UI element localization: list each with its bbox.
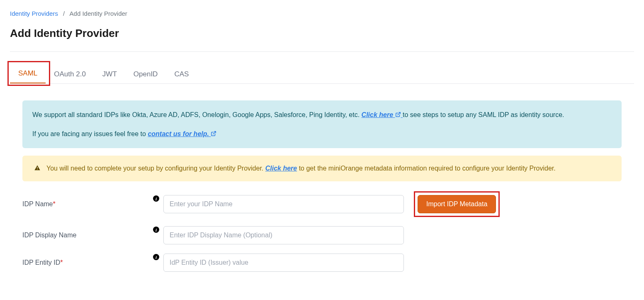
tab-cas[interactable]: CAS	[166, 65, 197, 83]
info-text-2a: If you are facing any issues feel free t…	[32, 130, 148, 137]
external-link-icon	[395, 112, 401, 117]
form-row-idp-name: IDP Name* i Import IDP Metadata	[22, 191, 622, 217]
svg-line-0	[397, 112, 400, 115]
tabs: SAML OAuth 2.0 JWT OpenID CAS	[10, 64, 634, 84]
idp-display-label: IDP Display Name i	[22, 232, 163, 239]
external-link-icon	[211, 131, 216, 137]
tab-oauth[interactable]: OAuth 2.0	[46, 65, 94, 83]
warn-text-b: to get the miniOrange metadata informati…	[299, 165, 556, 172]
info-text-1b: to see steps to setup any SAML IDP as id…	[403, 111, 564, 118]
info-link-click-here[interactable]: Click here	[362, 111, 403, 118]
idp-name-input[interactable]	[163, 195, 404, 213]
idp-name-label: IDP Name* i	[22, 200, 163, 208]
breadcrumb-separator: /	[63, 10, 65, 17]
info-icon[interactable]: i	[153, 254, 159, 260]
page-title: Add Identity Provider	[10, 27, 634, 40]
breadcrumb: Identity Providers / Add Identity Provid…	[10, 10, 634, 17]
form-row-idp-entity: IDP Entity ID* i	[22, 254, 622, 272]
warn-link-click-here[interactable]: Click here	[265, 165, 297, 172]
idp-display-name-input[interactable]	[163, 226, 404, 244]
tab-openid[interactable]: OpenID	[125, 65, 166, 83]
breadcrumb-root-link[interactable]: Identity Providers	[10, 10, 58, 17]
required-asterisk: *	[53, 200, 56, 207]
tab-jwt[interactable]: JWT	[94, 65, 125, 83]
warning-icon	[34, 165, 41, 174]
svg-line-1	[213, 131, 216, 134]
info-box: We support all standard IDPs like Okta, …	[22, 100, 622, 148]
info-text-1a: We support all standard IDPs like Okta, …	[32, 111, 362, 118]
svg-rect-3	[37, 169, 37, 170]
idp-entity-id-input[interactable]	[163, 254, 404, 272]
svg-rect-2	[37, 167, 37, 169]
tab-saml[interactable]: SAML	[10, 64, 46, 83]
info-icon[interactable]: i	[153, 227, 159, 233]
info-icon[interactable]: i	[153, 195, 159, 202]
warning-box: You will need to complete your setup by …	[22, 156, 622, 181]
warn-text-a: You will need to complete your setup by …	[46, 165, 265, 172]
form-row-idp-display: IDP Display Name i	[22, 226, 622, 244]
required-asterisk: *	[60, 259, 63, 266]
idp-entity-label: IDP Entity ID* i	[22, 259, 163, 266]
info-link-contact[interactable]: contact us for help.	[148, 130, 216, 137]
divider	[10, 51, 634, 52]
breadcrumb-current: Add Identity Provider	[70, 10, 127, 17]
import-button-highlight: Import IDP Metadata	[414, 191, 500, 217]
import-idp-metadata-button[interactable]: Import IDP Metadata	[418, 195, 496, 213]
